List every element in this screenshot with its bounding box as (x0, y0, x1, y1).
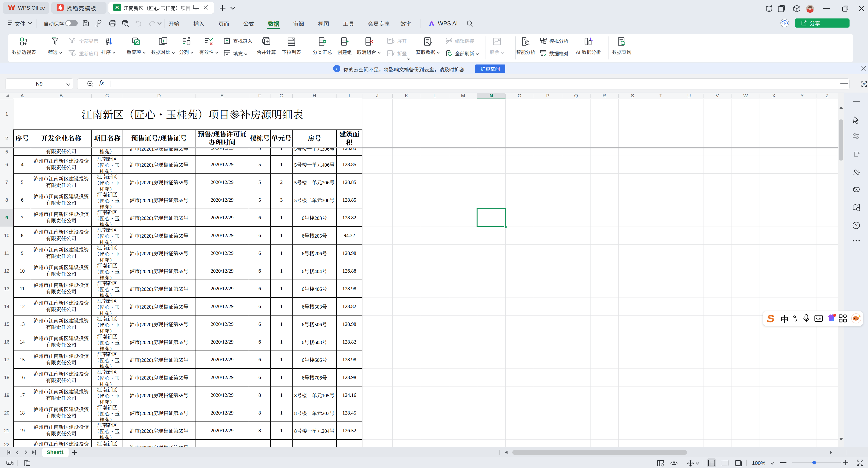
svg-text:?: ? (855, 223, 858, 228)
svg-text:?: ? (546, 38, 547, 41)
svg-text:S: S (115, 5, 119, 10)
svg-text:fx: fx (863, 82, 866, 86)
